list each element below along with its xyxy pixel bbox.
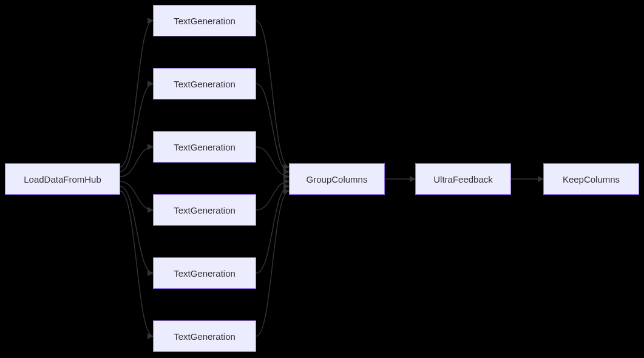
node-label: TextGeneration xyxy=(174,16,236,26)
node-label: TextGeneration xyxy=(174,331,236,342)
node-label: GroupColumns xyxy=(307,174,368,184)
node-textgeneration-6: TextGeneration xyxy=(153,320,256,352)
node-label: KeepColumns xyxy=(563,174,620,184)
node-textgeneration-5: TextGeneration xyxy=(153,257,256,289)
node-label: TextGeneration xyxy=(174,205,236,215)
node-keepcolumns: KeepColumns xyxy=(543,163,639,195)
node-groupcolumns: GroupColumns xyxy=(289,163,385,195)
node-textgeneration-2: TextGeneration xyxy=(153,68,256,100)
node-ultrafeedback: UltraFeedback xyxy=(415,163,511,195)
edge xyxy=(120,191,153,336)
node-textgeneration-3: TextGeneration xyxy=(153,131,256,163)
edge xyxy=(256,191,289,336)
edge xyxy=(256,21,289,167)
node-label: UltraFeedback xyxy=(433,174,493,184)
node-loaddatafromhub: LoadDataFromHub xyxy=(5,163,120,195)
node-textgeneration-1: TextGeneration xyxy=(153,5,256,36)
node-label: LoadDataFromHub xyxy=(24,174,101,184)
edge xyxy=(120,21,153,167)
flowchart-canvas: LoadDataFromHub TextGeneration TextGener… xyxy=(0,0,644,358)
node-textgeneration-4: TextGeneration xyxy=(153,194,256,226)
node-label: TextGeneration xyxy=(174,268,236,279)
node-label: TextGeneration xyxy=(174,79,236,89)
node-label: TextGeneration xyxy=(174,142,236,152)
